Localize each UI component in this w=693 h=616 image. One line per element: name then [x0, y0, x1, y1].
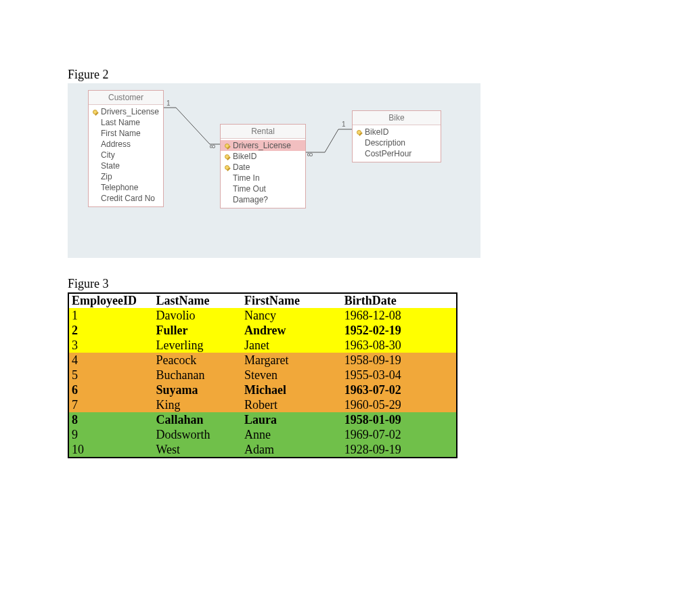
relation-many-label: 8 [211, 143, 215, 150]
entity-customer: Customer Drivers_License Last Name First… [88, 90, 164, 207]
key-icon [357, 129, 363, 136]
field-bikeid-fk: BikeID [225, 151, 301, 162]
table-row: 10WestAdam1928-09-19 [68, 442, 457, 458]
table-row: 1DavolioNancy1968-12-08 [68, 308, 457, 323]
field-bikeid: BikeID [357, 127, 437, 137]
cell-bd: 1968-12-08 [342, 308, 457, 323]
cell-fn: Margaret [242, 353, 342, 368]
col-employee-id: EmployeeID [68, 293, 153, 308]
cell-bd: 1952-02-19 [342, 323, 457, 338]
col-birth-date: BirthDate [342, 293, 457, 308]
table-row: 5BuchananSteven1955-03-04 [68, 368, 457, 382]
cell-bd: 1955-03-04 [342, 368, 457, 382]
cell-bd: 1960-05-29 [342, 397, 457, 412]
col-last-name: LastName [153, 293, 242, 308]
cell-fn: Robert [242, 397, 342, 412]
field-credit-card-no: Credit Card No [93, 193, 159, 204]
field-address: Address [93, 139, 159, 150]
cell-bd: 1958-09-19 [342, 353, 457, 368]
cell-bd: 1963-08-30 [342, 338, 457, 353]
cell-ln: Davolio [153, 308, 242, 323]
field-damage: Damage? [225, 194, 301, 205]
field-time-out: Time Out [225, 183, 301, 194]
table-row: 7KingRobert1960-05-29 [68, 397, 457, 412]
cell-ln: Dodsworth [153, 427, 242, 442]
cell-fn: Michael [242, 382, 342, 397]
cell-id: 7 [68, 397, 153, 412]
cell-id: 9 [68, 427, 153, 442]
field-city: City [93, 150, 159, 160]
table-row: 9DodsworthAnne1969-07-02 [68, 427, 457, 442]
col-first-name: FirstName [242, 293, 342, 308]
relation-one-label-2: 1 [342, 120, 346, 128]
cell-bd: 1958-01-09 [342, 412, 457, 427]
entity-rental-title: Rental [221, 125, 305, 139]
entity-customer-title: Customer [89, 91, 163, 105]
relationship-diagram: Customer Drivers_License Last Name First… [68, 83, 480, 258]
key-icon [225, 154, 231, 160]
cell-id: 4 [68, 353, 153, 368]
table-row: 6SuyamaMichael1963-07-02 [68, 382, 457, 397]
cell-id: 1 [68, 308, 153, 323]
field-telephone: Telephone [93, 182, 159, 193]
key-icon [93, 109, 99, 116]
entity-bike-title: Bike [353, 111, 441, 125]
entity-rental: Rental Drivers_License BikeID Date Time … [220, 124, 306, 208]
field-costperhour: CostPerHour [357, 148, 437, 159]
cell-ln: Suyama [153, 382, 242, 397]
cell-fn: Janet [242, 338, 342, 353]
cell-fn: Andrew [242, 323, 342, 338]
field-date: Date [225, 162, 301, 173]
cell-fn: Steven [242, 368, 342, 382]
figure2-title: Figure 2 [68, 68, 693, 82]
cell-bd: 1963-07-02 [342, 382, 457, 397]
cell-ln: West [153, 442, 242, 458]
cell-id: 5 [68, 368, 153, 382]
field-description: Description [357, 137, 437, 148]
cell-fn: Anne [242, 427, 342, 442]
cell-ln: Callahan [153, 412, 242, 427]
table-row: 4PeacockMargaret1958-09-19 [68, 353, 457, 368]
figure3-title: Figure 3 [68, 277, 693, 291]
cell-bd: 1969-07-02 [342, 427, 457, 442]
cell-id: 10 [68, 442, 153, 458]
cell-id: 6 [68, 382, 153, 397]
table-row: 2FullerAndrew1952-02-19 [68, 323, 457, 338]
employee-table: EmployeeID LastName FirstName BirthDate … [68, 292, 457, 458]
cell-id: 8 [68, 412, 153, 427]
cell-ln: King [153, 397, 242, 412]
field-time-in: Time In [225, 173, 301, 183]
key-icon [225, 164, 231, 171]
relation-one-label: 1 [166, 100, 171, 107]
cell-fn: Laura [242, 412, 342, 427]
field-drivers-license: Drivers_License [93, 106, 159, 117]
field-drivers-license-fk: Drivers_License [221, 140, 305, 151]
cell-ln: Peacock [153, 353, 242, 368]
cell-id: 2 [68, 323, 153, 338]
table-row: 8CallahanLaura1958-01-09 [68, 412, 457, 427]
field-last-name: Last Name [93, 117, 159, 128]
entity-bike: Bike BikeID Description CostPerHour [352, 110, 441, 162]
table-row: 3LeverlingJanet1963-08-30 [68, 338, 457, 353]
cell-fn: Nancy [242, 308, 342, 323]
cell-fn: Adam [242, 442, 342, 458]
cell-ln: Fuller [153, 323, 242, 338]
field-first-name: First Name [93, 128, 159, 139]
cell-bd: 1928-09-19 [342, 442, 457, 458]
field-zip: Zip [93, 171, 159, 182]
key-icon [225, 143, 231, 150]
cell-ln: Buchanan [153, 368, 242, 382]
cell-ln: Leverling [153, 338, 242, 353]
cell-id: 3 [68, 338, 153, 353]
relation-many-label-2: 8 [309, 151, 313, 158]
field-state: State [93, 160, 159, 171]
table-header-row: EmployeeID LastName FirstName BirthDate [68, 293, 457, 308]
